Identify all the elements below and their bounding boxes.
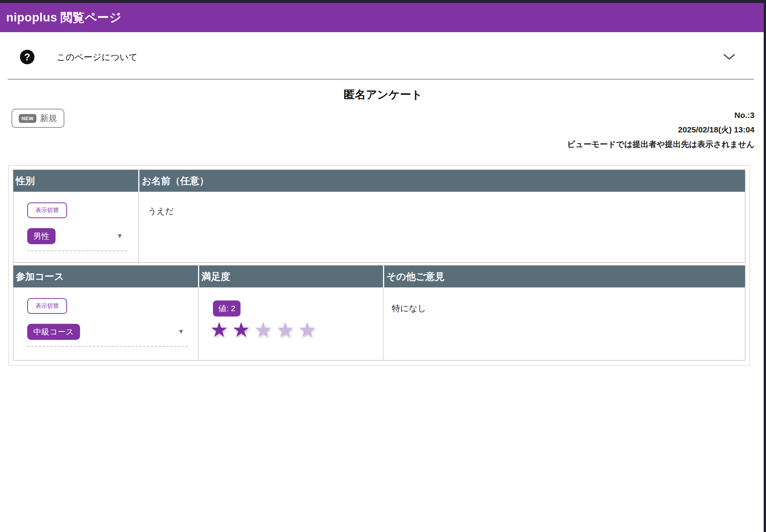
dropdown-arrow-icon: ▼	[116, 232, 123, 240]
other-opinion-header: その他ご意見	[383, 266, 745, 287]
name-value: うえだ	[148, 206, 745, 217]
window-right-edge	[764, 0, 766, 532]
name-cell: うえだ	[138, 192, 745, 262]
entry-datetime: 2025/02/18(火) 13:04	[567, 122, 755, 137]
help-icon: ?	[20, 50, 34, 64]
window-top-edge	[0, 0, 766, 3]
view-mode-note: ビューモードでは提出者や提出先は表示されません	[567, 137, 755, 152]
gender-display-toggle-button[interactable]: 表示切替	[27, 202, 67, 218]
chevron-down-icon[interactable]	[723, 54, 735, 60]
gender-header: 性別	[13, 170, 138, 192]
survey-card: 性別 お名前（任意） 表示切替 男性 ▼ うえだ 参加コース 満足度 その他ご意…	[8, 165, 750, 366]
new-badge-icon: NEW	[19, 114, 36, 123]
other-opinion-value: 特になし	[392, 303, 745, 314]
entry-number: No.:3	[567, 108, 755, 122]
about-page-label: このページについて	[57, 51, 137, 63]
entry-meta: No.:3 2025/02/18(火) 13:04 ビューモードでは提出者や提出…	[567, 108, 755, 152]
star-rating: ★★★★★	[210, 317, 383, 342]
dropdown-arrow-icon: ▼	[178, 328, 184, 336]
star-empty-icon: ★	[276, 318, 298, 341]
app-bar: nipoplus 閲覧ページ	[0, 3, 766, 32]
star-filled-icon: ★	[210, 318, 232, 341]
satisfaction-value-badge: 値: 2	[213, 300, 241, 317]
survey-row-2: 参加コース 満足度 その他ご意見 表示切替 中級コース ▼ 値: 2 ★★★★★…	[13, 265, 745, 361]
new-entry-button[interactable]: NEW 新規	[11, 109, 64, 128]
satisfaction-cell: 値: 2 ★★★★★	[198, 287, 383, 360]
section-divider	[8, 79, 754, 80]
survey-row-1: 性別 お名前（任意） 表示切替 男性 ▼ うえだ	[13, 170, 745, 263]
other-opinion-cell: 特になし	[383, 287, 745, 360]
star-filled-icon: ★	[232, 318, 254, 341]
gender-cell: 表示切替 男性 ▼	[13, 192, 138, 262]
app-title: nipoplus 閲覧ページ	[6, 10, 121, 26]
course-select[interactable]: 中級コース ▼	[27, 324, 188, 347]
name-header: お名前（任意）	[138, 170, 745, 192]
new-button-label: 新規	[40, 113, 57, 124]
about-page-accordion[interactable]: ? このページについて	[0, 50, 766, 64]
satisfaction-header: 満足度	[198, 266, 383, 287]
course-display-toggle-button[interactable]: 表示切替	[27, 298, 67, 314]
course-value-pill: 中級コース	[27, 324, 80, 340]
star-empty-icon: ★	[254, 318, 276, 341]
course-cell: 表示切替 中級コース ▼	[13, 287, 198, 360]
gender-value-pill: 男性	[27, 228, 56, 244]
course-header: 参加コース	[13, 266, 198, 287]
gender-select[interactable]: 男性 ▼	[27, 228, 127, 251]
star-empty-icon: ★	[298, 318, 320, 341]
survey-title: 匿名アンケート	[0, 87, 766, 103]
